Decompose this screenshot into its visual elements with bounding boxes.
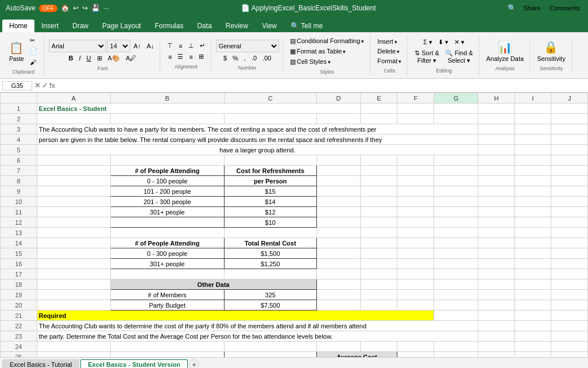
sheet-tab-student[interactable]: Excel Basics - Student Version <box>80 359 188 368</box>
col-header-E[interactable]: E <box>361 93 397 103</box>
cell-B14[interactable]: # of People Attending <box>110 238 224 248</box>
cell-B18[interactable]: Other Data <box>110 279 316 290</box>
col-header-J[interactable]: J <box>551 93 588 103</box>
bold-button[interactable]: B <box>67 53 76 63</box>
increase-font-button[interactable]: A↑ <box>131 41 144 51</box>
percent-button[interactable]: % <box>230 53 241 63</box>
font-select[interactable]: Arial <box>49 40 106 52</box>
sheet-tab-tutorial[interactable]: Excel Basics - Tutorial <box>2 359 79 368</box>
cell-A21[interactable]: Required <box>37 310 434 321</box>
cell-C15[interactable]: $1,500 <box>224 248 316 259</box>
tab-insert[interactable]: Insert <box>34 20 65 32</box>
paste-button[interactable]: 📋 Paste <box>7 40 26 63</box>
col-header-G[interactable]: G <box>434 93 478 103</box>
tab-review[interactable]: Review <box>219 20 255 32</box>
tab-formulas[interactable]: Formulas <box>148 20 190 32</box>
delete-button[interactable]: Delete <box>375 47 404 56</box>
save-icon[interactable]: 💾 <box>91 4 100 12</box>
cell-C9[interactable]: $15 <box>224 186 316 197</box>
cell-A5[interactable]: have a larger group attend. <box>37 145 478 155</box>
cell-C19[interactable]: 325 <box>224 290 316 300</box>
cell-C14[interactable]: Total Rental Cost <box>224 238 316 248</box>
clear-button[interactable]: ✕ ▾ <box>452 37 467 47</box>
cell-B8[interactable]: 0 - 100 people <box>110 176 224 186</box>
cell-C10[interactable]: $14 <box>224 197 316 207</box>
cell-B20[interactable]: Party Budget <box>110 300 224 310</box>
format-as-table-button[interactable]: ▦ Format as Table <box>288 47 367 56</box>
cell-reference-input[interactable]: G35 <box>2 81 32 90</box>
sensitivity-button[interactable]: 🔒 Sensitivity <box>535 39 568 63</box>
col-header-F[interactable]: F <box>397 93 434 103</box>
number-format-select[interactable]: General <box>216 40 279 52</box>
currency-button[interactable]: $ <box>221 53 229 63</box>
fill-color-button[interactable]: A🎨 <box>106 53 122 63</box>
find-select-button[interactable]: 🔍 Find &Select ▾ <box>443 48 475 66</box>
more-icon[interactable]: ··· <box>103 4 109 12</box>
comma-button[interactable]: , <box>242 53 248 63</box>
tab-draw[interactable]: Draw <box>65 20 95 32</box>
share-button[interactable]: Share <box>521 3 542 13</box>
insert-button[interactable]: Insert <box>375 37 404 46</box>
align-top-button[interactable]: ⊤ <box>165 41 175 51</box>
cell-styles-button[interactable]: ▨ Cell Styles <box>288 57 367 67</box>
align-right-button[interactable]: ≡ <box>187 52 195 62</box>
decrease-font-button[interactable]: A↓ <box>144 41 156 51</box>
col-header-I[interactable]: I <box>514 93 551 103</box>
cell-C25[interactable] <box>224 352 316 358</box>
format-button[interactable]: Format <box>375 56 404 66</box>
cancel-formula-icon[interactable]: ✕ <box>34 81 41 90</box>
cell-B10[interactable]: 201 - 300 people <box>110 197 224 207</box>
conditional-formatting-button[interactable]: ▤ Conditional Formatting <box>288 36 367 46</box>
cell-B7[interactable]: # of People Attending <box>110 166 224 176</box>
tab-data[interactable]: Data <box>190 20 218 32</box>
cell-B16[interactable]: 301+ people <box>110 259 224 269</box>
underline-button[interactable]: U <box>84 53 94 63</box>
col-header-C[interactable]: C <box>224 93 316 103</box>
font-size-select[interactable]: 14 <box>107 40 130 52</box>
autosum-button[interactable]: Σ ▾ <box>421 37 435 47</box>
format-painter-button[interactable]: 🖌 <box>28 57 40 67</box>
align-center-button[interactable]: ☰ <box>175 52 185 62</box>
col-header-B[interactable]: B <box>110 93 224 103</box>
home-icon[interactable]: 🏠 <box>61 4 69 12</box>
cell-B9[interactable]: 101 - 200 people <box>110 186 224 197</box>
cell-B19[interactable]: # of Members <box>110 290 224 300</box>
cell-D25[interactable]: Average Cost <box>316 352 397 358</box>
cell-C12[interactable]: $10 <box>224 217 316 228</box>
cell-B11[interactable]: 301+ people <box>110 207 224 217</box>
cell-C11[interactable]: $12 <box>224 207 316 217</box>
confirm-formula-icon[interactable]: ✓ <box>42 81 48 90</box>
formula-input[interactable] <box>57 82 586 90</box>
copy-button[interactable]: 📄 <box>28 47 40 56</box>
cell-C8[interactable]: per Person <box>224 176 316 186</box>
align-middle-button[interactable]: ≡ <box>176 41 184 51</box>
fill-button[interactable]: ⬇ ▾ <box>436 37 451 47</box>
cut-button[interactable]: ✂ <box>28 36 40 45</box>
tab-page-layout[interactable]: Page Layout <box>95 20 148 32</box>
merge-center-button[interactable]: ⊞ <box>196 52 206 62</box>
cell-A23[interactable]: the party. Determine the Total Cost and … <box>37 331 478 342</box>
increase-decimal-button[interactable]: .0 <box>249 53 259 63</box>
cell-C16[interactable]: $1,250 <box>224 259 316 269</box>
cell-B15[interactable]: 0 - 300 people <box>110 248 224 259</box>
autosave-badge[interactable]: OFF <box>39 5 57 12</box>
sort-filter-button[interactable]: ⇅ Sort &Filter ▾ <box>412 48 442 66</box>
tab-home[interactable]: Home <box>2 20 34 32</box>
italic-button[interactable]: I <box>77 53 83 63</box>
wrap-text-button[interactable]: ↵ <box>198 41 207 51</box>
decrease-decimal-button[interactable]: .00 <box>260 53 273 63</box>
undo-icon[interactable]: ↩ <box>73 4 79 12</box>
insert-function-icon[interactable]: fx <box>49 81 55 90</box>
col-header-D[interactable]: D <box>316 93 361 103</box>
tab-view[interactable]: View <box>255 20 284 32</box>
redo-icon[interactable]: ↪ <box>82 4 88 12</box>
comments-button[interactable]: Comments <box>547 3 582 13</box>
font-color-button[interactable]: A🖊 <box>123 53 138 63</box>
cell-A4[interactable]: person are given in the table below. The… <box>37 135 478 145</box>
tab-tell-me[interactable]: 🔍 Tell me <box>284 20 330 32</box>
add-sheet-button[interactable]: + <box>189 359 199 369</box>
cell-A3[interactable]: The Accounting Club wants to have a part… <box>37 124 478 135</box>
cell-C20[interactable]: $7,500 <box>224 300 316 310</box>
cell-B25[interactable] <box>110 352 224 358</box>
col-header-H[interactable]: H <box>478 93 515 103</box>
